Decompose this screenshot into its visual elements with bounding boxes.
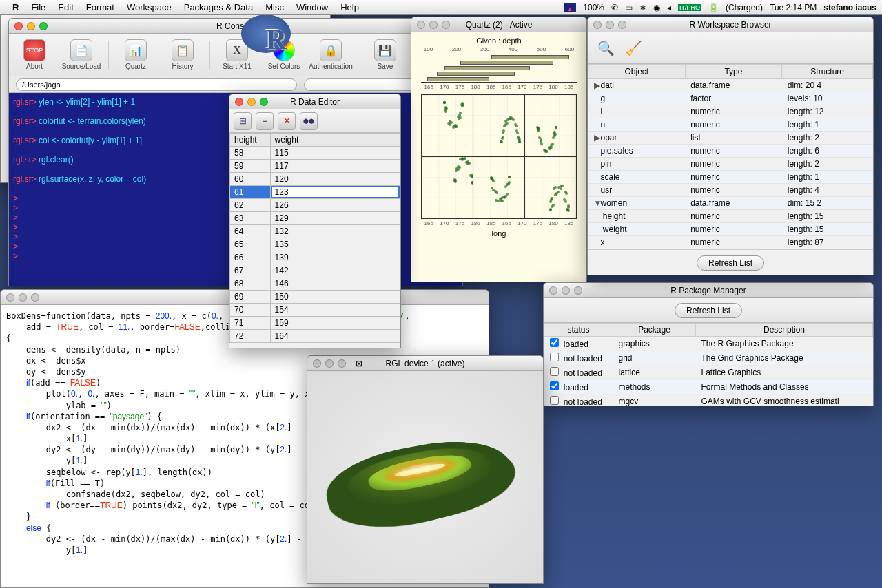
clock[interactable]: Tue 2:14 PM [770,3,817,12]
close-icon[interactable] [14,22,23,30]
data-table[interactable]: height weight 58115591176012061621266312… [229,133,400,343]
table-row[interactable]: xnumericlength: 87 [588,236,873,249]
menu-help[interactable]: Help [340,2,359,12]
minimize-icon[interactable] [19,293,27,302]
table-row[interactable]: usrnumericlength: 4 [588,184,873,197]
quartz-titlebar[interactable]: Quartz (2) - Active [411,17,586,32]
col-package[interactable]: Package [613,324,696,337]
broom-icon[interactable]: 🧹 [622,37,644,59]
minimize-icon[interactable] [606,21,614,29]
display-icon[interactable]: ▭ [625,3,633,12]
table-row[interactable]: ▶datidata.framedim: 20 4 [588,79,873,92]
zoom-icon[interactable] [442,21,450,29]
battery-icon[interactable]: 🔋 [708,3,719,12]
minimize-icon[interactable] [27,22,35,30]
table-row[interactable]: weightnumericlength: 15 [588,223,873,236]
cell-input[interactable] [271,186,400,198]
table-row[interactable]: pie.salesnumericlength: 6 [588,145,873,158]
minimize-icon[interactable] [247,98,256,106]
menu-edit[interactable]: Edit [58,2,73,12]
col-description[interactable]: Description [696,324,873,337]
x-close-icon[interactable]: ⊠ [356,359,362,368]
menu-format[interactable]: Format [86,2,114,12]
col-height[interactable]: height [230,134,271,147]
col-weight[interactable]: weight [270,134,400,147]
table-row[interactable]: 61 [230,186,400,199]
close-icon[interactable] [417,21,425,29]
package-table[interactable]: status Package Description loadedgraphic… [544,323,873,406]
wifi-icon[interactable]: ◉ [653,3,660,12]
menu-workspace[interactable]: Workspace [127,2,172,12]
table-row[interactable]: 63129 [230,212,400,225]
table-row[interactable]: 70154 [230,304,400,317]
refresh-list-button[interactable]: Refresh List [675,303,742,318]
zoom-icon[interactable] [618,21,626,29]
table-row[interactable]: 64132 [230,225,400,238]
console-titlebar[interactable]: R Console [9,19,462,34]
abort-button[interactable]: STOPAbort [14,39,54,70]
minimize-icon[interactable] [325,359,334,368]
status-checkbox[interactable] [550,353,559,361]
table-row[interactable]: 68146 [230,277,400,291]
source-load-button[interactable]: 📄Source/Load [61,39,101,70]
table-row[interactable]: not loadedlatticeLattice Graphics [544,366,873,380]
zoom-icon[interactable] [338,359,346,368]
table-row[interactable]: 60120 [230,173,400,186]
workspace-table[interactable]: Object Type Structure ▶datidata.framedim… [588,64,873,249]
close-icon[interactable] [593,21,602,29]
table-row[interactable]: gfactorlevels: 10 [588,92,873,105]
rgl-canvas[interactable] [307,371,543,583]
table-row[interactable]: 58115 [230,147,400,160]
table-row[interactable]: 62126 [230,199,400,212]
table-row[interactable]: lnumericlength: 12 [588,105,873,118]
wsb-titlebar[interactable]: R Workspace Browser [588,17,873,32]
dataed-titlebar[interactable]: R Data Editor [229,94,400,109]
minimize-icon[interactable] [562,286,570,295]
table-row[interactable]: nnumericlength: 1 [588,118,873,132]
authentication-button[interactable]: 🔒Authentication [311,39,351,70]
table-row[interactable]: ▶oparlistlength: 2 [588,132,873,145]
menu-misc[interactable]: Misc [265,2,284,12]
status-checkbox[interactable] [550,367,559,376]
col-type[interactable]: Type [685,65,782,79]
status-checkbox[interactable] [550,381,559,390]
zoom-icon[interactable] [260,98,268,106]
table-row[interactable]: 69150 [230,291,400,304]
table-row[interactable]: 72164 [230,330,400,343]
menu-window[interactable]: Window [296,2,328,12]
zoom-icon[interactable] [31,293,39,302]
table-row[interactable]: heightnumericlength: 15 [588,210,873,223]
app-menu[interactable]: R [12,2,19,12]
magnify-icon[interactable]: 🔍 [595,37,617,59]
user-menu[interactable]: stefano iacus [823,3,876,12]
table-row[interactable]: 59117 [230,160,400,173]
volume-icon[interactable]: ◂ [667,3,671,12]
zoom-icon[interactable] [39,22,48,30]
quartz-button[interactable]: 📊Quartz [116,39,156,70]
close-icon[interactable] [6,293,14,302]
bluetooth-icon[interactable]: ∗ [639,3,646,12]
table-row[interactable]: scalenumericlength: 1 [588,171,873,184]
menu-file[interactable]: File [31,2,45,12]
history-button[interactable]: 📋History [163,39,203,70]
table-row[interactable]: 67142 [230,264,400,277]
flag-icon[interactable]: IT/PRO [678,4,701,11]
col-structure[interactable]: Structure [782,65,873,79]
table-row[interactable]: loadedmethodsFormal Methods and Classes [544,380,873,395]
status-checkbox[interactable] [550,338,559,347]
save-button[interactable]: 💾Save [365,39,405,70]
edit-button[interactable]: ⬤⬤ [300,112,318,130]
table-row[interactable]: 71159 [230,317,400,330]
menu-packages-data[interactable]: Packages & Data [184,2,253,12]
table-row[interactable]: not loadedmgcvGAMs with GCV smoothness e… [544,395,873,407]
rgl-titlebar[interactable]: ⊠ RGL device 1 (active) [307,356,543,371]
table-row[interactable]: 66139 [230,251,400,264]
col-object[interactable]: Object [588,65,686,79]
remove-button[interactable]: ✕ [278,112,296,130]
menu-extra-icon[interactable]: ▲ [564,3,576,12]
minimize-icon[interactable] [429,21,438,29]
close-icon[interactable] [235,98,243,106]
col-status[interactable]: status [544,324,613,337]
working-dir-input[interactable] [16,78,297,91]
zoom-icon[interactable] [574,286,582,295]
